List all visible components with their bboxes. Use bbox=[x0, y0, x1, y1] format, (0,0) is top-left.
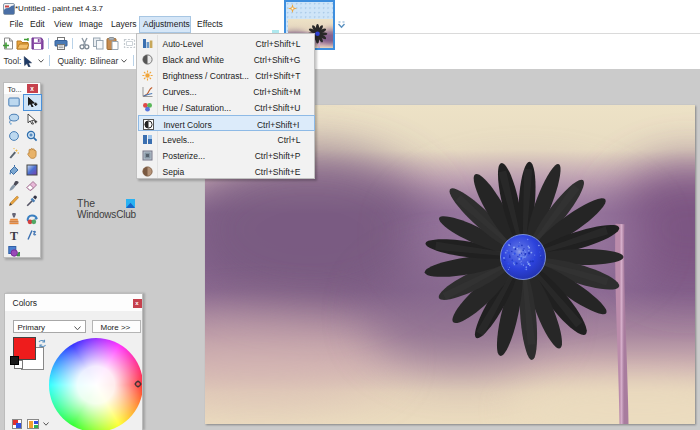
svg-text:T: T bbox=[10, 229, 18, 241]
